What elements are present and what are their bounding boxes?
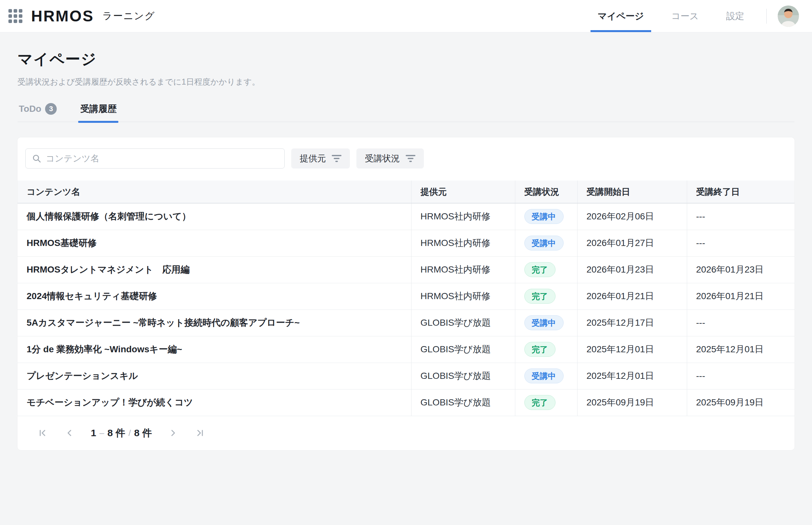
- status-badge: 完了: [525, 289, 556, 304]
- last-page-button[interactable]: [191, 424, 209, 442]
- app-header: HRMOS ラーニング マイページ コース 設定: [0, 0, 812, 32]
- status-filter-label: 受講状況: [365, 153, 400, 164]
- end-date-cell: 2026年01月23日: [687, 256, 795, 283]
- provider-cell: HRMOS社内研修: [411, 283, 515, 310]
- first-page-icon: [38, 428, 48, 438]
- nav-item-courses[interactable]: コース: [666, 0, 704, 32]
- content-name-cell: 2024情報セキュリティ基礎研修: [17, 283, 411, 310]
- col-header-start-date: 受講開始日: [577, 180, 687, 203]
- start-date-cell: 2026年02月06日: [577, 203, 687, 230]
- start-date-cell: 2026年01月27日: [577, 230, 687, 256]
- status-cell: 完了: [515, 336, 577, 363]
- provider-cell: GLOBIS学び放題: [411, 310, 515, 336]
- table-row[interactable]: 個人情報保護研修（名刺管理について）HRMOS社内研修受講中2026年02月06…: [17, 203, 795, 230]
- page-subtitle: 受講状況および受講履歴が反映されるまでに1日程度かかります。: [17, 76, 795, 87]
- status-badge: 受講中: [525, 369, 564, 384]
- filter-lines-icon: [406, 155, 415, 162]
- tab-todo[interactable]: ToDo 3: [17, 103, 58, 121]
- main-nav: マイページ コース 設定: [584, 0, 758, 32]
- provider-cell: HRMOS社内研修: [411, 203, 515, 230]
- table-row[interactable]: 5Aカスタマージャーニー ~常時ネット接続時代の顧客アプローチ~GLOBIS学び…: [17, 310, 795, 336]
- search-box[interactable]: [25, 148, 285, 168]
- status-filter-button[interactable]: 受講状況: [356, 148, 424, 168]
- provider-cell: HRMOS社内研修: [411, 230, 515, 256]
- tab-history[interactable]: 受講履歴: [79, 103, 118, 121]
- start-date-cell: 2025年12月01日: [577, 363, 687, 389]
- todo-count-badge: 3: [45, 103, 57, 115]
- user-avatar[interactable]: [778, 5, 799, 27]
- search-input[interactable]: [46, 154, 278, 164]
- content-name-cell: HRMOS基礎研修: [17, 230, 411, 256]
- filter-lines-icon: [332, 155, 341, 162]
- status-badge: 受講中: [525, 315, 564, 330]
- tab-history-label: 受講履歴: [80, 103, 116, 115]
- last-page-icon: [195, 428, 205, 438]
- status-cell: 完了: [515, 389, 577, 416]
- table-row[interactable]: モチベーションアップ！学びが続くコツGLOBIS学び放題完了2025年09月19…: [17, 389, 795, 416]
- provider-cell: GLOBIS学び放題: [411, 389, 515, 416]
- app-launcher-icon[interactable]: [9, 9, 23, 23]
- start-date-cell: 2026年01月23日: [577, 256, 687, 283]
- provider-filter-button[interactable]: 提供元: [291, 148, 350, 168]
- history-card: 提供元 受講状況 コンテンツ名 提供元 受講状況 受講開始日 受講終了日: [17, 137, 795, 450]
- content-name-cell: HRMOSタレントマネジメント 応用編: [17, 256, 411, 283]
- hrmos-logo: HRMOS: [31, 7, 94, 25]
- chevron-right-icon: [168, 428, 178, 438]
- status-cell: 受講中: [515, 230, 577, 256]
- page-title: マイページ: [17, 49, 795, 69]
- prev-page-button[interactable]: [60, 424, 78, 442]
- tab-bar: ToDo 3 受講履歴: [17, 103, 795, 122]
- provider-cell: GLOBIS学び放題: [411, 363, 515, 389]
- status-cell: 完了: [515, 256, 577, 283]
- header-divider: [766, 9, 767, 24]
- end-date-cell: 2026年01月21日: [687, 283, 795, 310]
- content-name-cell: モチベーションアップ！学びが続くコツ: [17, 389, 411, 416]
- range-separator: /: [129, 428, 131, 438]
- range-end: 8 件: [107, 426, 125, 440]
- end-date-cell: ---: [687, 310, 795, 336]
- nav-item-settings[interactable]: 設定: [721, 0, 749, 32]
- end-date-cell: 2025年09月19日: [687, 389, 795, 416]
- content-name-cell: 1分 de 業務効率化 ~Windowsキー編~: [17, 336, 411, 363]
- table-row[interactable]: プレゼンテーションスキルGLOBIS学び放題受講中2025年12月01日---: [17, 363, 795, 389]
- filter-row: 提供元 受講状況: [17, 148, 795, 168]
- status-cell: 完了: [515, 283, 577, 310]
- range-start: 1: [91, 427, 96, 438]
- end-date-cell: ---: [687, 363, 795, 389]
- col-header-content-name: コンテンツ名: [17, 180, 411, 203]
- provider-cell: HRMOS社内研修: [411, 256, 515, 283]
- end-date-cell: 2025年12月01日: [687, 336, 795, 363]
- end-date-cell: ---: [687, 230, 795, 256]
- start-date-cell: 2025年12月17日: [577, 310, 687, 336]
- table-row[interactable]: HRMOS基礎研修HRMOS社内研修受講中2026年01月27日---: [17, 230, 795, 256]
- table-row[interactable]: 2024情報セキュリティ基礎研修HRMOS社内研修完了2026年01月21日20…: [17, 283, 795, 310]
- table-row[interactable]: 1分 de 業務効率化 ~Windowsキー編~GLOBIS学び放題完了2025…: [17, 336, 795, 363]
- history-table: コンテンツ名 提供元 受講状況 受講開始日 受講終了日 個人情報保護研修（名刺管…: [17, 180, 795, 416]
- content-name-cell: 個人情報保護研修（名刺管理について）: [17, 203, 411, 230]
- status-badge: 完了: [525, 342, 556, 357]
- col-header-end-date: 受講終了日: [687, 180, 795, 203]
- provider-cell: GLOBIS学び放題: [411, 336, 515, 363]
- content-name-cell: プレゼンテーションスキル: [17, 363, 411, 389]
- status-badge: 完了: [525, 262, 556, 277]
- start-date-cell: 2026年01月21日: [577, 283, 687, 310]
- content-name-cell: 5Aカスタマージャーニー ~常時ネット接続時代の顧客アプローチ~: [17, 310, 411, 336]
- nav-item-mypage[interactable]: マイページ: [592, 0, 649, 32]
- start-date-cell: 2025年12月01日: [577, 336, 687, 363]
- end-date-cell: ---: [687, 203, 795, 230]
- status-badge: 受講中: [525, 236, 564, 251]
- page-content: マイページ 受講状況および受講履歴が反映されるまでに1日程度かかります。 ToD…: [0, 49, 812, 450]
- search-icon: [32, 154, 41, 163]
- pagination: 1 – 8 件 / 8 件: [17, 416, 795, 450]
- first-page-button[interactable]: [34, 424, 52, 442]
- status-cell: 受講中: [515, 310, 577, 336]
- provider-filter-label: 提供元: [300, 153, 326, 164]
- pagination-range: 1 – 8 件 / 8 件: [91, 426, 152, 440]
- range-dash: –: [100, 428, 104, 438]
- next-page-button[interactable]: [164, 424, 182, 442]
- status-cell: 受講中: [515, 363, 577, 389]
- status-badge: 受講中: [525, 209, 564, 224]
- table-row[interactable]: HRMOSタレントマネジメント 応用編HRMOS社内研修完了2026年01月23…: [17, 256, 795, 283]
- table-header-row: コンテンツ名 提供元 受講状況 受講開始日 受講終了日: [17, 180, 795, 203]
- status-badge: 完了: [525, 395, 556, 410]
